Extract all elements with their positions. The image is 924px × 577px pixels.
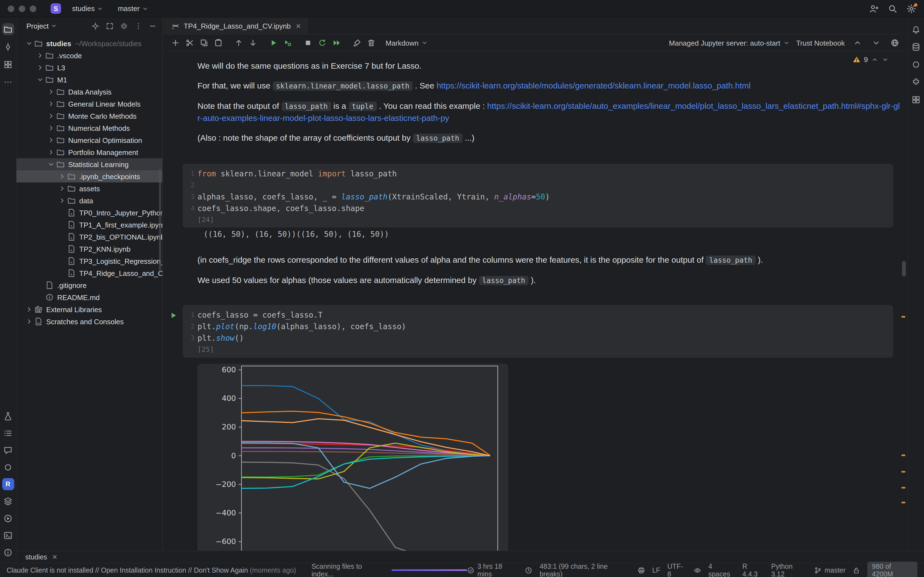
chevron-down-icon[interactable] bbox=[36, 76, 44, 84]
inspection-mark[interactable] bbox=[901, 471, 905, 472]
code-text[interactable]: plt.plot(np.log10(alphas_lasso), coefs_l… bbox=[197, 322, 406, 330]
tool-python-packages-button[interactable] bbox=[2, 410, 14, 422]
move-cell-up-button[interactable] bbox=[232, 36, 245, 50]
editor-tab[interactable]: TP4_Ridge_Lasso_and_CV.ipynb bbox=[163, 18, 308, 34]
interrupt-kernel-button[interactable] bbox=[301, 36, 315, 50]
tool-project-button[interactable] bbox=[2, 23, 14, 35]
status-line-separator[interactable]: LF bbox=[652, 566, 660, 574]
inspection-mark[interactable] bbox=[901, 487, 905, 488]
inspection-mark[interactable] bbox=[901, 316, 905, 318]
tool-terminal-button[interactable] bbox=[2, 529, 14, 541]
tool-plugins-button[interactable] bbox=[910, 76, 922, 88]
code-text[interactable]: plt.show() bbox=[197, 333, 244, 342]
chevron-right-icon[interactable] bbox=[47, 136, 55, 144]
chevron-right-icon[interactable] bbox=[36, 64, 44, 71]
tree-item-l3[interactable]: L3 bbox=[16, 61, 162, 74]
window-zoom-button[interactable] bbox=[30, 5, 36, 12]
options-icon[interactable] bbox=[132, 20, 144, 31]
tree-item-data[interactable]: data bbox=[16, 195, 162, 206]
tree-item-data-analysis[interactable]: Data Analysis bbox=[16, 86, 162, 98]
tree-item-tp0-intro-jupyter-python-ip[interactable]: TP0_Intro_Jupyter_Python.ip… bbox=[16, 206, 162, 219]
run-cell-gutter-icon[interactable] bbox=[169, 311, 178, 320]
status-git-branch[interactable]: master bbox=[814, 566, 845, 574]
status-memory-indicator[interactable]: 980 of 4200M bbox=[867, 561, 918, 577]
tree-item-tp1-a-first-example-ipynb[interactable]: TP1_A_first_example.ipynb bbox=[16, 219, 162, 231]
code-text[interactable]: alphas_lasso, coefs_lasso, _ = lasso_pat… bbox=[197, 192, 550, 201]
tool-notifications-button[interactable] bbox=[910, 23, 922, 35]
status-reader-mode[interactable] bbox=[693, 566, 701, 574]
status-printer[interactable] bbox=[638, 566, 645, 574]
chevron-right-icon[interactable] bbox=[25, 306, 33, 313]
restart-kernel-button[interactable] bbox=[316, 36, 329, 50]
tree-item-numerical-methods[interactable]: Numerical Methods bbox=[16, 122, 162, 134]
chevron-down-icon[interactable] bbox=[47, 160, 55, 168]
tree-item-m1[interactable]: M1 bbox=[16, 74, 162, 86]
tree-item-numerical-optimisation[interactable]: Numerical Optimisation bbox=[16, 134, 162, 146]
chevron-right-icon[interactable] bbox=[47, 100, 55, 108]
chevron-right-icon[interactable] bbox=[58, 172, 66, 180]
status-encoding[interactable]: UTF-8 bbox=[667, 562, 687, 577]
add-cell-button[interactable] bbox=[169, 36, 182, 50]
tree-item-gitignore[interactable]: .gitignore bbox=[16, 279, 162, 291]
select-opened-file-icon[interactable] bbox=[90, 20, 101, 31]
open-in-browser-button[interactable] bbox=[889, 37, 901, 49]
tool-database-button[interactable] bbox=[910, 41, 922, 53]
tool-dependencies-button[interactable] bbox=[910, 93, 922, 105]
scrollbar-thumb[interactable] bbox=[902, 261, 906, 276]
collapse-all-icon[interactable] bbox=[118, 20, 129, 31]
jupyter-server-dropdown[interactable]: Managed Jupyter server: auto-start bbox=[669, 39, 790, 47]
markdown-cell-2[interactable]: (in coefs_ridge the rows corresponded to… bbox=[197, 254, 900, 295]
chevron-right-icon[interactable] bbox=[58, 197, 66, 205]
tree-item-ipynb-checkpoints[interactable]: .ipynb_checkpoints bbox=[16, 170, 162, 182]
inspection-mark[interactable] bbox=[901, 455, 905, 456]
tool-services-button[interactable] bbox=[2, 512, 14, 524]
chevron-right-icon[interactable] bbox=[47, 148, 55, 156]
close-icon[interactable] bbox=[51, 553, 58, 561]
cell-type-dropdown[interactable]: Markdown bbox=[386, 39, 428, 47]
tree-item-assets[interactable]: assets bbox=[16, 182, 162, 195]
markdown-cell-1[interactable]: We will do the same questions as in Exer… bbox=[197, 60, 900, 152]
tree-item-monte-carlo-methods[interactable]: Monte Carlo Methods bbox=[16, 110, 162, 122]
tree-item-vscode[interactable]: .vscode bbox=[16, 50, 162, 61]
status-lock[interactable] bbox=[853, 566, 861, 574]
tool-window-tab-studies[interactable]: studies bbox=[25, 553, 58, 561]
project-panel-title[interactable]: Project bbox=[26, 22, 48, 30]
tree-item-tp2-knn-ipynb[interactable]: TP2_KNN.ipynb bbox=[16, 243, 162, 255]
tool-problems-button[interactable] bbox=[2, 546, 14, 558]
chevron-right-icon[interactable] bbox=[58, 185, 66, 192]
chevron-right-icon[interactable] bbox=[25, 318, 33, 325]
tool-ai-assistant-button[interactable] bbox=[910, 58, 922, 70]
chevron-right-icon[interactable] bbox=[36, 52, 44, 60]
tree-item-external-libraries[interactable]: External Libraries bbox=[16, 303, 162, 316]
project-widget[interactable]: studies bbox=[69, 3, 107, 14]
code-text[interactable] bbox=[197, 181, 202, 189]
tool-structure-button[interactable] bbox=[2, 58, 14, 70]
delete-cell-button[interactable] bbox=[365, 36, 378, 50]
code-cell-2[interactable]: 1coefs_lasso = coefs_lasso.T2plt.plot(np… bbox=[183, 305, 893, 358]
status-history[interactable] bbox=[525, 566, 532, 574]
notification-action-dismiss[interactable]: Don't Show Again bbox=[194, 566, 248, 574]
tree-item-scratches-and-consoles[interactable]: Scratches and Consoles bbox=[16, 316, 162, 327]
inspection-mark[interactable] bbox=[901, 502, 905, 503]
chevron-down-icon[interactable] bbox=[51, 23, 58, 29]
status-python-interpreter[interactable]: Python 3.12 bbox=[771, 562, 807, 577]
tree-item-readme-md[interactable]: README.md bbox=[16, 291, 162, 303]
tree-item-tp3-logistic-regression-an[interactable]: TP3_Logistic_Regression_an… bbox=[16, 255, 162, 267]
code-text[interactable]: coefs_lasso = coefs_lasso.T bbox=[197, 310, 323, 319]
tree-item-general-linear-models[interactable]: General Linear Models bbox=[16, 98, 162, 110]
project-scrollbar[interactable] bbox=[159, 169, 161, 272]
trust-notebook-button[interactable]: Trust Notebook bbox=[796, 39, 845, 47]
tool-todo-button[interactable] bbox=[2, 427, 14, 439]
search-everywhere-icon[interactable] bbox=[888, 3, 898, 13]
tool-version-control-button[interactable] bbox=[2, 41, 14, 53]
tree-item-tp4-ridge-lasso-and-cv-ip[interactable]: TP4_Ridge_Lasso_and_CV.ip… bbox=[16, 267, 162, 279]
copy-cell-button[interactable] bbox=[197, 36, 211, 50]
tree-item-studies[interactable]: studies~/Workspace/studies bbox=[16, 37, 162, 50]
chevron-right-icon[interactable] bbox=[47, 124, 55, 132]
paste-cell-button[interactable] bbox=[212, 36, 225, 50]
settings-gear-icon[interactable] bbox=[906, 3, 916, 13]
expand-cells-button[interactable] bbox=[870, 37, 882, 49]
tree-item-statistical-learning[interactable]: Statistical Learning bbox=[16, 158, 162, 170]
status-time-tracker[interactable]: 3 hrs 18 mins bbox=[467, 562, 517, 577]
status-notification[interactable]: Claude Client is not installed // Open I… bbox=[0, 566, 296, 574]
